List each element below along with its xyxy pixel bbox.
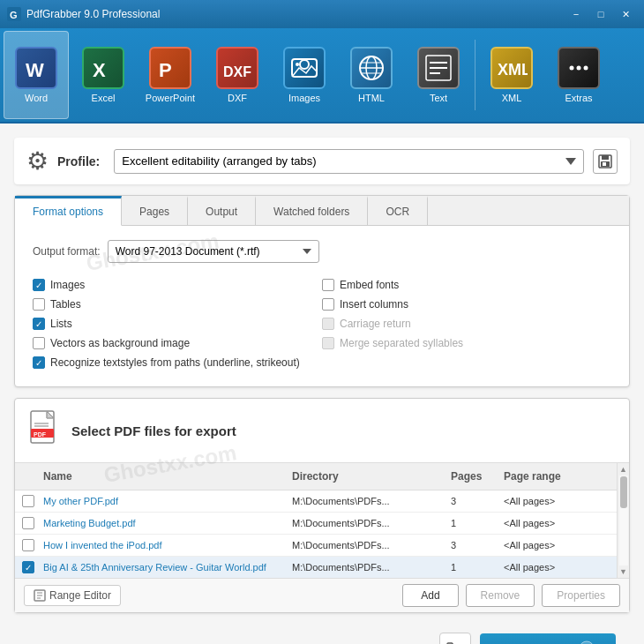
col-header-range: Page range [497,467,603,486]
label-images: Images [50,279,85,291]
toolbar-label-powerpoint: PowerPoint [146,93,195,103]
file-table-wrapper: Name Directory Pages Page range My other… [15,463,617,578]
label-insert-columns: Insert columns [340,298,408,311]
option-vectors: Vectors as background image [33,333,322,353]
file-checkbox-3[interactable] [22,539,34,551]
toolbar-item-dxf[interactable]: DXF DXF [205,31,270,119]
profile-select[interactable]: Excellent editability (arranged by tabs) [114,149,584,174]
file-range-2[interactable]: <All pages> [497,513,603,533]
checkbox-textstyles[interactable]: ✓ [33,356,45,369]
options-left-col: ✓ Images Tables ✓ Lists Vectors as backg… [33,275,322,372]
app-icon: G [7,7,21,21]
add-button[interactable]: Add [402,584,458,607]
checkbox-insert-columns[interactable] [322,298,334,311]
options-right-col: Embed fonts Insert columns Carriage retu… [322,275,611,372]
play-icon [579,640,595,644]
save-profile-button[interactable] [593,149,618,174]
option-images: ✓ Images [33,275,322,295]
properties-button[interactable]: Properties [542,584,620,607]
toolbar-item-extras[interactable]: Extras [546,31,611,119]
powerpoint-icon: P [149,47,191,89]
svg-point-20 [570,66,574,71]
svg-rect-26 [603,162,606,166]
file-checkbox-1[interactable] [22,495,34,507]
scroll-thumb[interactable] [620,476,627,508]
toolbar-item-xml[interactable]: XML XML [479,31,544,119]
maximize-button[interactable]: □ [589,5,612,23]
file-checkbox-2[interactable] [22,517,34,529]
range-editor-button[interactable]: Range Editor [24,585,121,606]
scrollbar[interactable]: ▲ ▼ [617,463,629,578]
file-pages-1: 3 [444,491,497,511]
scroll-track[interactable] [619,476,628,565]
text-icon [417,47,460,89]
toolbar-label-dxf: DXF [228,93,247,103]
checkbox-images[interactable]: ✓ [33,279,45,291]
file-check-2[interactable] [15,513,36,534]
tabs-bar: Format options Pages Output Watched fold… [15,196,629,226]
footer: Start Export [14,624,630,644]
format-panel: Ghostxx.com Format options Pages Output … [14,195,630,387]
label-tables: Tables [50,298,81,311]
start-export-button[interactable]: Start Export [480,633,616,644]
tab-format-options[interactable]: Format options [15,196,122,226]
checkbox-lists[interactable]: ✓ [33,318,45,330]
tab-content-format: Output format: Word 97-2013 Document (*.… [15,226,629,386]
remove-button[interactable]: Remove [466,584,535,607]
checkbox-vectors[interactable] [33,337,45,349]
file-range-3[interactable]: <All pages> [497,535,603,555]
options-grid: ✓ Images Tables ✓ Lists Vectors as backg… [33,275,611,372]
file-row-3: How I invented the iPod.pdf M:\Documents… [15,535,617,557]
tab-output[interactable]: Output [188,196,256,225]
option-merge-syllables: Merge separated syllables [322,333,611,353]
toolbar-item-powerpoint[interactable]: P PowerPoint [138,31,203,119]
file-range-4[interactable]: <All pages> [497,558,603,577]
option-embed-fonts: Embed fonts [322,275,611,295]
profile-label: Profile: [57,154,100,168]
file-section: Ghostxx.com PDF Select PDF files for exp… [14,398,630,613]
app-title: PdfGrabber 9.0 Professional [26,8,565,20]
window-controls: − □ ✕ [565,5,637,23]
toolbar-item-text[interactable]: Text [406,31,471,119]
toolbar-item-excel[interactable]: X Excel [71,31,136,119]
file-table-container: Name Directory Pages Page range My other… [15,463,629,578]
toolbar-item-word[interactable]: W Word [4,31,69,119]
titlebar: G PdfGrabber 9.0 Professional − □ ✕ [0,0,644,28]
toolbar-item-html[interactable]: HTML [339,31,404,119]
tab-ocr[interactable]: OCR [368,196,428,225]
file-check-1[interactable] [15,490,36,512]
file-name-4[interactable]: Big AI & 25th Anniversary Review - Guita… [36,558,285,577]
option-carriage-return: Carriage return [322,314,611,333]
tab-pages[interactable]: Pages [122,196,188,225]
file-scroll-1 [603,497,617,505]
file-check-4[interactable]: ✓ [15,557,36,578]
checkbox-embed-fonts[interactable] [322,279,334,291]
close-button[interactable]: ✕ [614,5,637,23]
file-name-3[interactable]: How I invented the iPod.pdf [36,535,285,555]
option-lists: ✓ Lists [33,314,322,333]
file-section-header: PDF Select PDF files for export [15,399,629,463]
file-name-2[interactable]: Marketing Budget.pdf [36,513,285,533]
file-checkbox-4[interactable]: ✓ [22,561,34,573]
file-scroll-3 [603,541,617,550]
svg-point-21 [577,66,581,71]
tab-watched-folders[interactable]: Watched folders [256,196,368,225]
svg-text:DXF: DXF [223,64,251,79]
file-range-1[interactable]: <All pages> [497,491,603,511]
file-check-3[interactable] [15,535,36,556]
toolbar-label-word: Word [25,93,48,103]
xml-icon: XML [490,47,533,89]
file-dir-1: M:\Documents\PDFs... [285,491,444,511]
checkbox-tables[interactable] [33,298,45,311]
open-folder-button[interactable] [439,633,471,644]
toolbar-label-xml: XML [502,93,522,103]
scroll-up-arrow[interactable]: ▲ [619,465,627,474]
toolbar-item-images[interactable]: Images [272,31,337,119]
output-format-select[interactable]: Word 97-2013 Document (*.rtf) [108,240,319,263]
col-header-scroll [603,467,617,486]
col-header-name: Name [36,467,285,486]
file-dir-3: M:\Documents\PDFs... [285,535,444,555]
file-name-1[interactable]: My other PDF.pdf [36,491,285,511]
minimize-button[interactable]: − [565,5,588,23]
scroll-down-arrow[interactable]: ▼ [619,567,627,576]
